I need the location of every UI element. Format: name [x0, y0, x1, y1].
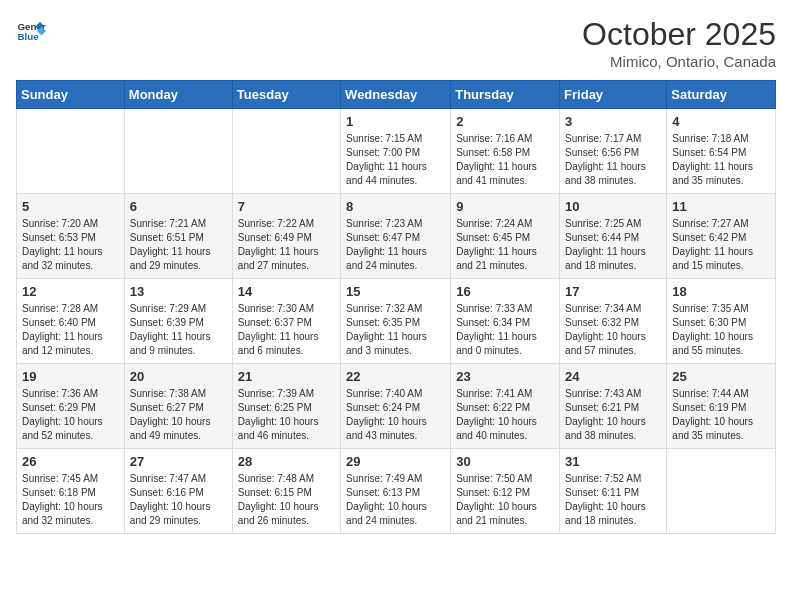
calendar-cell: 23Sunrise: 7:41 AM Sunset: 6:22 PM Dayli… — [451, 364, 560, 449]
weekday-header: Wednesday — [341, 81, 451, 109]
day-number: 14 — [238, 284, 335, 299]
calendar-cell: 28Sunrise: 7:48 AM Sunset: 6:15 PM Dayli… — [232, 449, 340, 534]
calendar-week-row: 12Sunrise: 7:28 AM Sunset: 6:40 PM Dayli… — [17, 279, 776, 364]
day-info: Sunrise: 7:29 AM Sunset: 6:39 PM Dayligh… — [130, 302, 227, 358]
calendar-cell: 15Sunrise: 7:32 AM Sunset: 6:35 PM Dayli… — [341, 279, 451, 364]
day-info: Sunrise: 7:43 AM Sunset: 6:21 PM Dayligh… — [565, 387, 661, 443]
day-number: 3 — [565, 114, 661, 129]
day-number: 26 — [22, 454, 119, 469]
location: Mimico, Ontario, Canada — [582, 53, 776, 70]
day-info: Sunrise: 7:18 AM Sunset: 6:54 PM Dayligh… — [672, 132, 770, 188]
day-info: Sunrise: 7:20 AM Sunset: 6:53 PM Dayligh… — [22, 217, 119, 273]
calendar-cell: 11Sunrise: 7:27 AM Sunset: 6:42 PM Dayli… — [667, 194, 776, 279]
day-info: Sunrise: 7:24 AM Sunset: 6:45 PM Dayligh… — [456, 217, 554, 273]
calendar-cell: 27Sunrise: 7:47 AM Sunset: 6:16 PM Dayli… — [124, 449, 232, 534]
day-number: 13 — [130, 284, 227, 299]
calendar-cell: 24Sunrise: 7:43 AM Sunset: 6:21 PM Dayli… — [560, 364, 667, 449]
day-number: 20 — [130, 369, 227, 384]
calendar-cell: 8Sunrise: 7:23 AM Sunset: 6:47 PM Daylig… — [341, 194, 451, 279]
day-info: Sunrise: 7:32 AM Sunset: 6:35 PM Dayligh… — [346, 302, 445, 358]
calendar-cell: 1Sunrise: 7:15 AM Sunset: 7:00 PM Daylig… — [341, 109, 451, 194]
day-number: 6 — [130, 199, 227, 214]
day-number: 5 — [22, 199, 119, 214]
calendar-cell: 13Sunrise: 7:29 AM Sunset: 6:39 PM Dayli… — [124, 279, 232, 364]
calendar-cell: 5Sunrise: 7:20 AM Sunset: 6:53 PM Daylig… — [17, 194, 125, 279]
day-number: 16 — [456, 284, 554, 299]
day-number: 27 — [130, 454, 227, 469]
day-number: 18 — [672, 284, 770, 299]
calendar-cell: 7Sunrise: 7:22 AM Sunset: 6:49 PM Daylig… — [232, 194, 340, 279]
calendar-cell: 19Sunrise: 7:36 AM Sunset: 6:29 PM Dayli… — [17, 364, 125, 449]
calendar-cell: 29Sunrise: 7:49 AM Sunset: 6:13 PM Dayli… — [341, 449, 451, 534]
day-number: 25 — [672, 369, 770, 384]
calendar-week-row: 5Sunrise: 7:20 AM Sunset: 6:53 PM Daylig… — [17, 194, 776, 279]
day-info: Sunrise: 7:48 AM Sunset: 6:15 PM Dayligh… — [238, 472, 335, 528]
day-info: Sunrise: 7:52 AM Sunset: 6:11 PM Dayligh… — [565, 472, 661, 528]
calendar-week-row: 1Sunrise: 7:15 AM Sunset: 7:00 PM Daylig… — [17, 109, 776, 194]
calendar-cell: 12Sunrise: 7:28 AM Sunset: 6:40 PM Dayli… — [17, 279, 125, 364]
calendar-cell — [667, 449, 776, 534]
month-title: October 2025 — [582, 16, 776, 53]
day-info: Sunrise: 7:38 AM Sunset: 6:27 PM Dayligh… — [130, 387, 227, 443]
weekday-header: Friday — [560, 81, 667, 109]
day-info: Sunrise: 7:44 AM Sunset: 6:19 PM Dayligh… — [672, 387, 770, 443]
day-number: 12 — [22, 284, 119, 299]
calendar-cell: 31Sunrise: 7:52 AM Sunset: 6:11 PM Dayli… — [560, 449, 667, 534]
day-info: Sunrise: 7:30 AM Sunset: 6:37 PM Dayligh… — [238, 302, 335, 358]
calendar-body: 1Sunrise: 7:15 AM Sunset: 7:00 PM Daylig… — [17, 109, 776, 534]
calendar-cell: 3Sunrise: 7:17 AM Sunset: 6:56 PM Daylig… — [560, 109, 667, 194]
day-number: 21 — [238, 369, 335, 384]
calendar-cell: 10Sunrise: 7:25 AM Sunset: 6:44 PM Dayli… — [560, 194, 667, 279]
logo: General Blue General Blue — [16, 16, 46, 46]
day-info: Sunrise: 7:40 AM Sunset: 6:24 PM Dayligh… — [346, 387, 445, 443]
logo-icon: General Blue — [16, 16, 46, 46]
weekday-header: Thursday — [451, 81, 560, 109]
day-number: 30 — [456, 454, 554, 469]
weekday-row: SundayMondayTuesdayWednesdayThursdayFrid… — [17, 81, 776, 109]
calendar-cell: 9Sunrise: 7:24 AM Sunset: 6:45 PM Daylig… — [451, 194, 560, 279]
calendar-header: SundayMondayTuesdayWednesdayThursdayFrid… — [17, 81, 776, 109]
day-info: Sunrise: 7:41 AM Sunset: 6:22 PM Dayligh… — [456, 387, 554, 443]
day-info: Sunrise: 7:50 AM Sunset: 6:12 PM Dayligh… — [456, 472, 554, 528]
day-number: 29 — [346, 454, 445, 469]
day-info: Sunrise: 7:47 AM Sunset: 6:16 PM Dayligh… — [130, 472, 227, 528]
day-number: 2 — [456, 114, 554, 129]
day-info: Sunrise: 7:15 AM Sunset: 7:00 PM Dayligh… — [346, 132, 445, 188]
day-number: 22 — [346, 369, 445, 384]
calendar-week-row: 26Sunrise: 7:45 AM Sunset: 6:18 PM Dayli… — [17, 449, 776, 534]
calendar-cell: 21Sunrise: 7:39 AM Sunset: 6:25 PM Dayli… — [232, 364, 340, 449]
calendar-table: SundayMondayTuesdayWednesdayThursdayFrid… — [16, 80, 776, 534]
day-info: Sunrise: 7:35 AM Sunset: 6:30 PM Dayligh… — [672, 302, 770, 358]
day-info: Sunrise: 7:21 AM Sunset: 6:51 PM Dayligh… — [130, 217, 227, 273]
calendar-cell: 18Sunrise: 7:35 AM Sunset: 6:30 PM Dayli… — [667, 279, 776, 364]
calendar-cell: 26Sunrise: 7:45 AM Sunset: 6:18 PM Dayli… — [17, 449, 125, 534]
day-info: Sunrise: 7:17 AM Sunset: 6:56 PM Dayligh… — [565, 132, 661, 188]
day-info: Sunrise: 7:25 AM Sunset: 6:44 PM Dayligh… — [565, 217, 661, 273]
calendar-cell — [232, 109, 340, 194]
calendar-cell: 2Sunrise: 7:16 AM Sunset: 6:58 PM Daylig… — [451, 109, 560, 194]
day-info: Sunrise: 7:49 AM Sunset: 6:13 PM Dayligh… — [346, 472, 445, 528]
day-info: Sunrise: 7:23 AM Sunset: 6:47 PM Dayligh… — [346, 217, 445, 273]
day-number: 23 — [456, 369, 554, 384]
calendar-cell: 14Sunrise: 7:30 AM Sunset: 6:37 PM Dayli… — [232, 279, 340, 364]
day-info: Sunrise: 7:34 AM Sunset: 6:32 PM Dayligh… — [565, 302, 661, 358]
calendar-cell — [124, 109, 232, 194]
day-info: Sunrise: 7:33 AM Sunset: 6:34 PM Dayligh… — [456, 302, 554, 358]
calendar-cell: 30Sunrise: 7:50 AM Sunset: 6:12 PM Dayli… — [451, 449, 560, 534]
day-info: Sunrise: 7:45 AM Sunset: 6:18 PM Dayligh… — [22, 472, 119, 528]
calendar-cell: 4Sunrise: 7:18 AM Sunset: 6:54 PM Daylig… — [667, 109, 776, 194]
calendar-cell: 20Sunrise: 7:38 AM Sunset: 6:27 PM Dayli… — [124, 364, 232, 449]
calendar-cell: 16Sunrise: 7:33 AM Sunset: 6:34 PM Dayli… — [451, 279, 560, 364]
day-info: Sunrise: 7:22 AM Sunset: 6:49 PM Dayligh… — [238, 217, 335, 273]
day-number: 19 — [22, 369, 119, 384]
day-info: Sunrise: 7:27 AM Sunset: 6:42 PM Dayligh… — [672, 217, 770, 273]
svg-text:Blue: Blue — [18, 31, 40, 42]
page-header: General Blue General Blue October 2025 M… — [16, 16, 776, 70]
day-number: 24 — [565, 369, 661, 384]
day-number: 15 — [346, 284, 445, 299]
day-number: 4 — [672, 114, 770, 129]
day-info: Sunrise: 7:39 AM Sunset: 6:25 PM Dayligh… — [238, 387, 335, 443]
weekday-header: Tuesday — [232, 81, 340, 109]
weekday-header: Sunday — [17, 81, 125, 109]
day-number: 8 — [346, 199, 445, 214]
